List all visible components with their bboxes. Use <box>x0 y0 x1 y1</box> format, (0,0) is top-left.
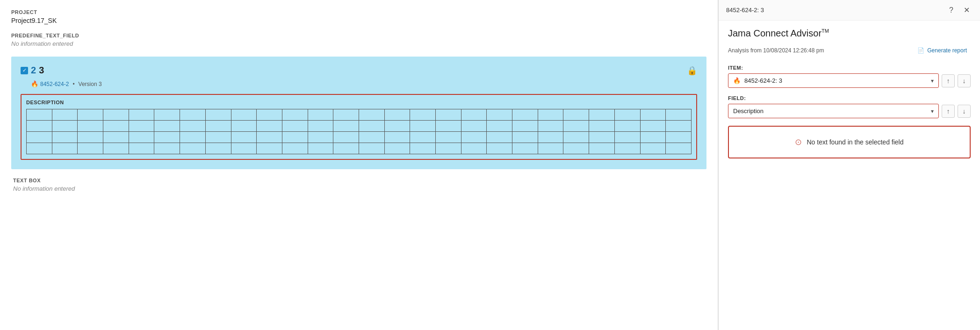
field-nav-up-button[interactable]: ↑ <box>942 105 955 118</box>
grid-cell <box>333 143 359 154</box>
description-label: DESCRIPTION <box>26 100 692 105</box>
version-text: Version 3 <box>79 81 102 87</box>
grid-cell <box>282 132 308 143</box>
grid-cell <box>308 109 333 121</box>
left-panel: PROJECT Project9.17_SK PREDEFINE_TEXT_FI… <box>0 0 718 330</box>
grid-cell <box>205 109 231 121</box>
predefine-value: No information entered <box>11 40 706 47</box>
grid-cell <box>436 132 461 143</box>
close-button[interactable]: ✕ <box>961 5 973 15</box>
generate-report-button[interactable]: 📄 Generate report <box>914 45 971 56</box>
grid-cell <box>359 143 384 154</box>
grid-cell <box>589 121 615 132</box>
grid-cell <box>359 132 384 143</box>
grid-cell <box>231 121 257 132</box>
grid-cell <box>666 121 692 132</box>
grid-cell <box>52 121 78 132</box>
grid-cell <box>205 143 231 154</box>
item-dropdown-content: 🔥 8452-624-2: 3 <box>733 77 782 84</box>
field-nav-down-button[interactable]: ↓ <box>958 105 971 118</box>
grid-cell <box>640 109 666 121</box>
grid-cell <box>231 143 257 154</box>
lock-icon: 🔒 <box>687 65 697 76</box>
item-id-row: 🔥 8452-624-2 • Version 3 <box>31 80 697 87</box>
textbox-section: TEXT BOX No information entered <box>11 178 706 192</box>
predefine-label: PREDEFINE_TEXT_FIELD <box>11 33 706 38</box>
grid-cell <box>563 121 589 132</box>
analysis-text: Analysis from 10/08/2024 12:26:48 pm <box>728 47 824 54</box>
grid-cell <box>257 109 282 121</box>
item-checkbox[interactable] <box>21 67 28 74</box>
grid-cell <box>103 132 129 143</box>
item-nav-down-button[interactable]: ↓ <box>958 74 971 87</box>
grid-cell <box>27 132 52 143</box>
item-num-link[interactable]: 2 <box>31 65 36 76</box>
right-header-title: 8452-624-2: 3 <box>726 7 764 14</box>
grid-cell <box>180 132 206 143</box>
project-name: Project9.17_SK <box>11 17 706 24</box>
field-dropdown[interactable]: Description ▾ <box>728 104 939 118</box>
grid-cell <box>410 121 436 132</box>
grid-cell <box>129 132 154 143</box>
item-id-link[interactable]: 🔥 8452-624-2 <box>31 80 69 87</box>
help-button[interactable]: ? <box>946 5 956 15</box>
grid-cell <box>614 121 640 132</box>
field-section-label: FIELD: <box>728 95 971 101</box>
grid-cell <box>384 143 410 154</box>
item-num-current: 3 <box>39 65 44 76</box>
grid-cell <box>257 143 282 154</box>
analysis-row: Analysis from 10/08/2024 12:26:48 pm 📄 G… <box>728 45 971 56</box>
grid-cell <box>563 143 589 154</box>
grid-cell <box>563 109 589 121</box>
right-header: 8452-624-2: 3 ? ✕ <box>719 0 980 21</box>
grid-cell <box>461 132 487 143</box>
textbox-label: TEXT BOX <box>13 178 705 183</box>
grid-cell <box>52 109 78 121</box>
item-dropdown-arrow: ▾ <box>931 78 934 84</box>
grid-cell <box>640 121 666 132</box>
grid-cell <box>640 132 666 143</box>
grid-cell <box>52 132 78 143</box>
grid-cell <box>359 121 384 132</box>
grid-cell <box>384 132 410 143</box>
grid-cell <box>640 143 666 154</box>
grid-cell <box>436 109 461 121</box>
item-dropdown[interactable]: 🔥 8452-624-2: 3 ▾ <box>728 73 939 88</box>
grid-cell <box>589 132 615 143</box>
grid-cell <box>384 109 410 121</box>
grid-cell <box>282 109 308 121</box>
item-section-label: ITEM: <box>728 65 971 71</box>
grid-cell <box>538 132 563 143</box>
grid-cell <box>384 121 410 132</box>
grid-cell <box>308 132 333 143</box>
no-text-icon: ⊙ <box>795 137 802 147</box>
grid-cell <box>308 121 333 132</box>
item-nav-up-button[interactable]: ↑ <box>942 74 955 87</box>
grid-cell <box>129 109 154 121</box>
grid-cell <box>359 109 384 121</box>
grid-cell <box>487 132 512 143</box>
grid-cell <box>589 143 615 154</box>
item-card: 2 3 🔒 🔥 8452-624-2 • Version 3 DESCRIPTI… <box>11 57 706 169</box>
grid-cell <box>154 143 180 154</box>
grid-cell <box>436 121 461 132</box>
grid-cell <box>512 143 538 154</box>
advisor-title: Jama Connect AdvisorTM <box>728 28 971 39</box>
grid-cell <box>614 132 640 143</box>
project-label: PROJECT <box>11 9 706 15</box>
grid-cell <box>78 121 103 132</box>
field-dropdown-arrow: ▾ <box>931 108 934 115</box>
grid-cell <box>666 109 692 121</box>
grid-cell <box>154 132 180 143</box>
grid-cell <box>436 143 461 154</box>
grid-cell <box>461 143 487 154</box>
grid-cell <box>27 109 52 121</box>
grid-cell <box>308 143 333 154</box>
document-icon: 📄 <box>917 47 924 54</box>
grid-cell <box>282 143 308 154</box>
grid-cell <box>512 132 538 143</box>
grid-cell <box>129 143 154 154</box>
description-grid <box>26 109 692 154</box>
grid-cell <box>257 132 282 143</box>
grid-cell <box>410 132 436 143</box>
